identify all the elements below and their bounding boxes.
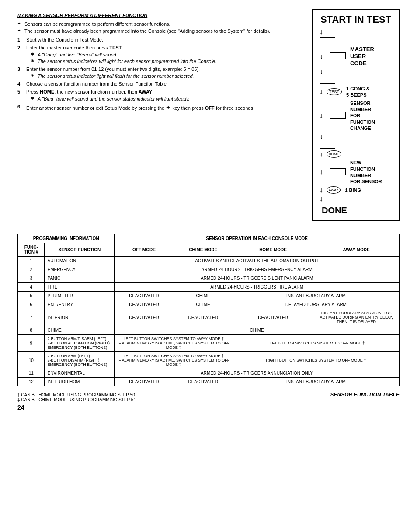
flow-row: ↓ bbox=[320, 68, 392, 75]
bullet-list: Sensors can be reprogrammed to perform d… bbox=[17, 21, 303, 34]
td-sensor-fn: 2-BUTTON ARM/DISARM (LEFT)2-BUTTON AUTOM… bbox=[45, 335, 115, 352]
sub-item: A "Gong" and five "Beeps" will sound. bbox=[31, 52, 303, 57]
table-row: 2 EMERGENCY ARMED 24-HOURS - TRIGGERS EM… bbox=[18, 265, 400, 274]
table-row: 4 FIRE ARMED 24-HOURS - TRIGGERS FIRE AL… bbox=[18, 283, 400, 292]
top-section: MAKING A SENSOR PERFORM A DIFFERENT FUNC… bbox=[17, 9, 400, 221]
flow-label-test: 1 GONG &5 BEEPS bbox=[346, 86, 370, 98]
table-row: 9 2-BUTTON ARM/DISARM (LEFT)2-BUTTON AUT… bbox=[18, 335, 400, 352]
flow-arrow-icon: ↓ bbox=[320, 88, 323, 95]
td-off: DEACTIVATED bbox=[115, 292, 174, 300]
flow-arrow-icon: ↓ bbox=[320, 195, 323, 202]
section-title: MAKING A SENSOR PERFORM A DIFFERENT FUNC… bbox=[17, 13, 303, 18]
td-sensor-fn: PANIC bbox=[45, 274, 115, 283]
flow-row bbox=[320, 37, 392, 44]
td-away: INSTANT BURGLARY ALARM UNLESS ACTIVATED … bbox=[313, 309, 400, 326]
step-4-text: Choose a sensor function number from the… bbox=[26, 81, 168, 87]
td-sensor-fn: FIRE bbox=[45, 283, 115, 292]
flow-done: DONE bbox=[322, 205, 347, 216]
td-span: LEFT BUTTON SWITCHES SYSTEM TO AWAY MODE… bbox=[115, 352, 233, 369]
sub-item: The sensor status indicator light will f… bbox=[31, 73, 303, 79]
td-sensor-fn: CHIME bbox=[45, 326, 115, 335]
flow-row: ↓ AWAY 1 BING bbox=[320, 186, 392, 194]
step-1: Start with the Console in Test Mode. bbox=[17, 37, 303, 42]
td-off: DEACTIVATED bbox=[115, 378, 174, 386]
table-header-row-2: FUNC-TION # SENSOR FUNCTION OFF MODE CHI… bbox=[18, 243, 400, 257]
table-row: 12 INTERIOR HOME DEACTIVATED DEACTIVATED… bbox=[18, 378, 400, 386]
step-3-text: Enter the sensor number from 01-12 (you … bbox=[26, 66, 200, 72]
instructions: MAKING A SENSOR PERFORM A DIFFERENT FUNC… bbox=[17, 9, 303, 221]
td-func: 3 bbox=[18, 274, 45, 283]
step-3-subs: The sensor status indicator light will f… bbox=[31, 73, 303, 79]
td-func: 6 bbox=[18, 300, 45, 309]
sub-item: A "Bing" tone will sound and the sensor … bbox=[31, 96, 303, 101]
td-sensor-fn: 2-BUTTON ARM (LEFT)2-BUTTON DISARM (RIGH… bbox=[45, 352, 115, 369]
td-span: RIGHT BUTTON SWITCHES SYSTEM TO OFF MODE… bbox=[233, 352, 399, 369]
td-func: 12 bbox=[18, 378, 45, 386]
flow-label-master: MASTERUSERCODE bbox=[350, 46, 374, 66]
td-off: DEACTIVATED bbox=[115, 309, 174, 326]
th-off-mode: OFF MODE bbox=[115, 243, 174, 257]
bullet-item: The sensor must have already been progra… bbox=[17, 28, 303, 34]
step-5-text: Press HOME, the new sensor function numb… bbox=[26, 89, 153, 94]
flow-arrow-icon: ↓ bbox=[320, 68, 323, 75]
flow-row: ↓ NEWFUNCTIONNUMBERFOR SENSOR bbox=[320, 160, 392, 184]
bullet-item: Sensors can be reprogrammed to perform d… bbox=[17, 21, 303, 27]
footnote-1: † CAN BE HOME MODE USING PROGRAMMING STE… bbox=[17, 393, 136, 397]
step-3: Enter the sensor number from 01-12 (you … bbox=[17, 66, 303, 79]
flow-button bbox=[320, 142, 335, 149]
table-row: 1 AUTOMATION ACTIVATES AND DEACTIVATES T… bbox=[18, 257, 400, 265]
td-sensor-fn: EXIT/ENTRY bbox=[45, 300, 115, 309]
table-caption: SENSOR FUNCTION TABLE bbox=[330, 392, 400, 398]
td-func: 7 bbox=[18, 309, 45, 326]
td-span: ARMED 24-HOURS - TRIGGERS SILENT PANIC A… bbox=[115, 274, 400, 283]
footnote-section: † CAN BE HOME MODE USING PROGRAMMING STE… bbox=[17, 393, 136, 402]
step-4: Choose a sensor function number from the… bbox=[17, 81, 303, 87]
td-chime: CHIME bbox=[174, 300, 233, 309]
td-span: ACTIVATES AND DEACTIVATES THE AUTOMATION… bbox=[115, 257, 400, 265]
td-chime: CHIME bbox=[174, 292, 233, 300]
flow-label-bing: 1 BING bbox=[345, 187, 361, 193]
td-sensor-fn: ENVIRONMENTAL bbox=[45, 369, 115, 378]
flow-row: ↓ MASTERUSERCODE bbox=[320, 46, 392, 66]
flow-row: ↓ SENSORNUMBERFORFUNCTIONCHANGE bbox=[320, 100, 392, 131]
flow-row bbox=[320, 142, 392, 149]
td-span: LEFT BUTTON SWITCHES SYSTEM TO OFF MODE … bbox=[233, 335, 399, 352]
td-chime: DEACTIVATED bbox=[174, 309, 233, 326]
table-row: 7 INTERIOR DEACTIVATED DEACTIVATED DEACT… bbox=[18, 309, 400, 326]
flow-row: ↓ bbox=[320, 133, 392, 140]
page-number: 24 bbox=[17, 404, 400, 411]
flow-arrow-icon: ↓ bbox=[320, 133, 323, 140]
flow-button bbox=[320, 77, 335, 84]
flow-arrow-icon: ↓ bbox=[320, 187, 323, 194]
td-span: LEFT BUTTON SWITCHES SYSTEM TO AWAY MODE… bbox=[115, 335, 233, 352]
footnote-2: ‡ CAN BE CHIME MODE USING PROGRAMMING ST… bbox=[17, 397, 136, 402]
flow-arrow-icon: ↓ bbox=[320, 28, 323, 35]
td-span: DELAYED BURGLARY ALARM bbox=[233, 300, 399, 309]
flow-row: ↓ HOME bbox=[320, 150, 392, 158]
th-func: FUNC-TION # bbox=[18, 243, 45, 257]
step-6-text: Enter another sensor number or exit Setu… bbox=[26, 105, 254, 111]
th-programming-info: PROGRAMMING INFORMATION bbox=[18, 234, 115, 243]
table-header-row-1: PROGRAMMING INFORMATION SENSOR OPERATION… bbox=[18, 234, 400, 243]
td-span: INSTANT BURGLARY ALARM bbox=[233, 378, 399, 386]
td-sensor-fn: INTERIOR HOME bbox=[45, 378, 115, 386]
flow-test-button: TEST bbox=[327, 88, 342, 95]
td-span: CHIME bbox=[115, 326, 400, 335]
td-func: 10 bbox=[18, 352, 45, 369]
td-sensor-fn: INTERIOR bbox=[45, 309, 115, 326]
table-row: 10 2-BUTTON ARM (LEFT)2-BUTTON DISARM (R… bbox=[18, 352, 400, 369]
step-2-text: Enter the master user code then press TE… bbox=[26, 45, 123, 50]
flow-row: ↓ bbox=[320, 28, 392, 35]
td-span: ARMED 24-HOURS - TRIGGERS FIRE ALARM bbox=[115, 283, 400, 292]
th-chime-mode: CHIME MODE bbox=[174, 243, 233, 257]
td-func: 5 bbox=[18, 292, 45, 300]
step-5: Press HOME, the new sensor function numb… bbox=[17, 89, 303, 101]
step-1-text: Start with the Console in Test Mode. bbox=[26, 37, 103, 42]
flow-arrow-icon: ↓ bbox=[320, 169, 323, 176]
step-2-subs: A "Gong" and five "Beeps" will sound. Th… bbox=[31, 52, 303, 64]
td-func: 2 bbox=[18, 265, 45, 274]
th-home-mode: HOME MODE bbox=[233, 243, 313, 257]
flow-button bbox=[320, 37, 335, 44]
table-row: 3 PANIC ARMED 24-HOURS - TRIGGERS SILENT… bbox=[18, 274, 400, 283]
td-sensor-fn: PERIMETER bbox=[45, 292, 115, 300]
